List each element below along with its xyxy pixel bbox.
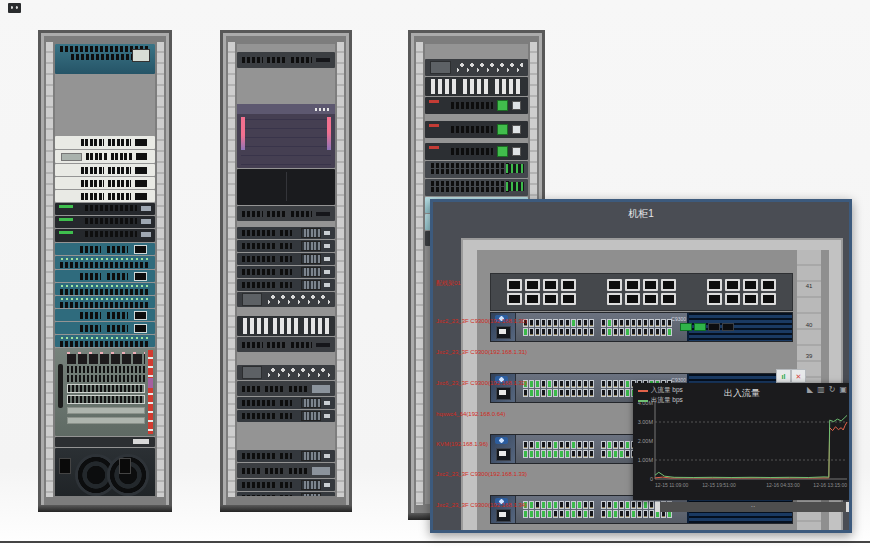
ethernet-port[interactable] <box>631 510 636 518</box>
ethernet-port[interactable] <box>577 450 582 458</box>
legend-item[interactable]: 出流量 bps <box>638 396 683 405</box>
ethernet-port[interactable] <box>571 450 576 458</box>
rack-unit-teal-c[interactable] <box>55 322 155 334</box>
ethernet-port[interactable] <box>589 441 594 449</box>
ethernet-port[interactable] <box>667 328 672 336</box>
ethernet-port[interactable] <box>571 319 576 327</box>
ethernet-port[interactable] <box>643 501 648 509</box>
cabinet-device-switch[interactable]: C9300 <box>490 312 793 342</box>
ethernet-port[interactable] <box>553 380 558 388</box>
ethernet-port[interactable] <box>607 319 612 327</box>
ethernet-port[interactable] <box>649 319 654 327</box>
rack-unit-power[interactable] <box>55 448 155 496</box>
ethernet-port[interactable] <box>619 501 624 509</box>
ethernet-port[interactable] <box>553 510 558 518</box>
ethernet-port[interactable] <box>541 501 546 509</box>
sfp-slot[interactable] <box>708 323 720 331</box>
ethernet-port[interactable] <box>607 380 612 388</box>
ethernet-port[interactable] <box>613 319 618 327</box>
ethernet-port[interactable] <box>523 441 528 449</box>
ethernet-port[interactable] <box>535 501 540 509</box>
rack-unit-dark-led[interactable] <box>425 97 528 114</box>
ethernet-port[interactable] <box>535 441 540 449</box>
rack-unit-led-switch[interactable] <box>237 240 335 252</box>
ethernet-port[interactable] <box>601 501 606 509</box>
ethernet-port[interactable] <box>565 501 570 509</box>
ethernet-port[interactable] <box>529 501 534 509</box>
ethernet-port[interactable] <box>589 319 594 327</box>
rack-unit-teal-f[interactable] <box>55 256 155 269</box>
ethernet-port[interactable] <box>619 380 624 388</box>
ethernet-port[interactable] <box>547 441 552 449</box>
rack-unit-led-switch[interactable] <box>237 410 335 422</box>
refresh-icon[interactable]: ↻ <box>829 385 836 394</box>
ethernet-port[interactable] <box>553 319 558 327</box>
ethernet-port[interactable] <box>547 380 552 388</box>
ethernet-port[interactable] <box>553 501 558 509</box>
rack-unit-white[interactable] <box>55 190 155 202</box>
ethernet-port[interactable] <box>577 389 582 397</box>
ethernet-port[interactable] <box>619 441 624 449</box>
rack-unit-dark-green[interactable] <box>55 229 155 242</box>
ethernet-port[interactable] <box>535 328 540 336</box>
ethernet-port[interactable] <box>625 510 630 518</box>
rack-unit-dark-green[interactable] <box>55 203 155 215</box>
ethernet-port[interactable] <box>613 501 618 509</box>
rack-unit-keystone[interactable] <box>237 316 335 336</box>
rack-unit-blackbox[interactable] <box>237 169 335 205</box>
rack-unit-white-lcd[interactable] <box>55 150 155 163</box>
ethernet-port[interactable] <box>583 328 588 336</box>
ethernet-port[interactable] <box>523 510 528 518</box>
ethernet-port[interactable] <box>529 441 534 449</box>
ethernet-port[interactable] <box>535 319 540 327</box>
ethernet-port[interactable] <box>589 328 594 336</box>
ethernet-port[interactable] <box>547 510 552 518</box>
ethernet-port[interactable] <box>601 510 606 518</box>
ethernet-port[interactable] <box>547 328 552 336</box>
rack-unit-white[interactable] <box>55 177 155 189</box>
rack-unit-teal-f[interactable] <box>55 335 155 347</box>
ethernet-port[interactable] <box>631 501 636 509</box>
ethernet-port[interactable] <box>601 450 606 458</box>
ethernet-port[interactable] <box>559 441 564 449</box>
ethernet-port[interactable] <box>577 441 582 449</box>
ethernet-port[interactable] <box>547 319 552 327</box>
ethernet-port[interactable] <box>559 319 564 327</box>
rack-unit-led-switch[interactable] <box>237 253 335 265</box>
ethernet-port[interactable] <box>577 319 582 327</box>
ethernet-port[interactable] <box>535 510 540 518</box>
bar-chart-icon[interactable]: ▥ <box>817 385 825 394</box>
ethernet-port[interactable] <box>589 510 594 518</box>
ethernet-port[interactable] <box>607 328 612 336</box>
ethernet-port[interactable] <box>541 380 546 388</box>
rack-unit-voice[interactable] <box>237 365 335 380</box>
ethernet-port[interactable] <box>625 319 630 327</box>
rack-unit-led-switch[interactable] <box>237 479 335 491</box>
rack-unit-patch2[interactable] <box>237 463 335 478</box>
ethernet-port[interactable] <box>631 328 636 336</box>
export-icon[interactable]: ▣ <box>839 385 847 394</box>
ethernet-port[interactable] <box>529 510 534 518</box>
ethernet-port[interactable] <box>559 450 564 458</box>
ethernet-port[interactable] <box>565 510 570 518</box>
ethernet-port[interactable] <box>571 328 576 336</box>
rack-unit-teal-c[interactable] <box>55 309 155 321</box>
ethernet-port[interactable] <box>601 441 606 449</box>
ethernet-port[interactable] <box>613 328 618 336</box>
ethernet-port[interactable] <box>661 328 666 336</box>
ethernet-port[interactable] <box>643 328 648 336</box>
ethernet-port[interactable] <box>601 380 606 388</box>
rack-unit-voice[interactable] <box>237 292 335 307</box>
rack-unit-thin-dark[interactable] <box>55 437 155 447</box>
ethernet-port[interactable] <box>553 389 558 397</box>
rack-unit-patch[interactable] <box>237 206 335 221</box>
rack-unit-led-switch[interactable] <box>237 227 335 239</box>
ethernet-port[interactable] <box>619 328 624 336</box>
rack-unit-keystone[interactable] <box>425 77 528 96</box>
ethernet-port[interactable] <box>547 450 552 458</box>
ethernet-port[interactable] <box>649 328 654 336</box>
ethernet-port[interactable] <box>607 501 612 509</box>
ethernet-port[interactable] <box>619 319 624 327</box>
rack-unit-patch2[interactable] <box>237 381 335 396</box>
ethernet-port[interactable] <box>559 380 564 388</box>
